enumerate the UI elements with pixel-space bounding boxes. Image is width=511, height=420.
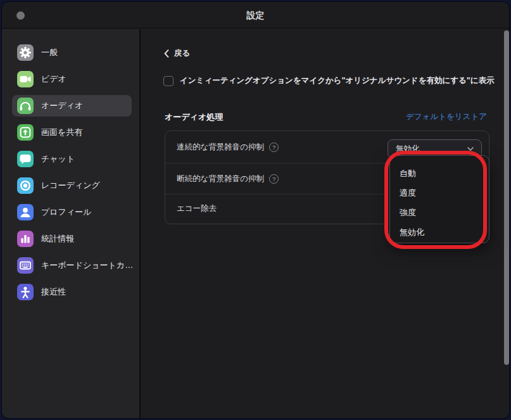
sidebar-item-label: 統計情報 bbox=[41, 233, 74, 245]
chevron-down-icon bbox=[467, 147, 474, 151]
record-icon bbox=[17, 177, 34, 194]
sidebar-item-label: 一般 bbox=[41, 47, 58, 58]
help-icon[interactable]: ? bbox=[269, 174, 279, 184]
sidebar-item-video[interactable]: ビデオ bbox=[12, 68, 132, 90]
settings-sidebar: 一般 ビデオ オーディオ bbox=[2, 29, 141, 418]
original-sound-option-row: インミィーティングオプションをマイクから"オリジナルサウンドを有効にする"に表示 bbox=[163, 75, 495, 86]
stats-icon bbox=[17, 231, 34, 247]
menu-item-aggressive[interactable]: 強度 bbox=[390, 203, 489, 222]
window-title: 設定 bbox=[2, 2, 509, 29]
back-button[interactable]: 戻る bbox=[164, 48, 190, 59]
sidebar-item-label: プロフィール bbox=[41, 207, 92, 218]
help-icon[interactable]: ? bbox=[269, 143, 279, 152]
menu-item-disable[interactable]: 無効化 bbox=[390, 222, 489, 242]
dropdown-value: 無効化 bbox=[396, 144, 420, 155]
sidebar-item-general[interactable]: 一般 bbox=[12, 42, 132, 63]
back-label: 戻る bbox=[174, 48, 190, 59]
share-screen-icon bbox=[17, 124, 34, 141]
sidebar-item-label: キーボードショートカ… bbox=[41, 260, 133, 271]
chat-icon bbox=[17, 151, 34, 167]
settings-window: 設定 一般 ビデオ bbox=[2, 2, 509, 418]
sidebar-item-statistics[interactable]: 統計情報 bbox=[12, 228, 132, 250]
row-label: 連続的な背景雑音の抑制 bbox=[177, 142, 264, 153]
sidebar-item-accessibility[interactable]: 接近性 bbox=[12, 281, 132, 303]
audio-processing-section-title: オーディオ処理 bbox=[165, 111, 223, 123]
noise-suppression-menu: 自動 適度 強度 無効化 bbox=[389, 155, 489, 243]
original-sound-checkbox-label: インミィーティングオプションをマイクから"オリジナルサウンドを有効にする"に表示 bbox=[180, 75, 495, 86]
sidebar-item-label: ビデオ bbox=[41, 73, 66, 85]
menu-item-auto[interactable]: 自動 bbox=[390, 163, 489, 183]
original-sound-checkbox[interactable] bbox=[163, 76, 173, 86]
accessibility-icon bbox=[17, 284, 34, 300]
audio-settings-pane: 戻る インミィーティングオプションをマイクから"オリジナルサウンドを有効にする"… bbox=[142, 29, 509, 418]
row-label: エコー除去 bbox=[177, 203, 217, 214]
sidebar-item-recording[interactable]: レコーディング bbox=[12, 175, 132, 196]
sidebar-item-label: レコーディング bbox=[41, 180, 100, 191]
chevron-left-icon bbox=[164, 49, 169, 58]
sidebar-item-share-screen[interactable]: 画面を共有 bbox=[12, 122, 132, 143]
keyboard-icon bbox=[17, 257, 34, 274]
sidebar-item-label: チャット bbox=[41, 153, 75, 165]
sidebar-item-audio[interactable]: オーディオ bbox=[12, 95, 132, 117]
headphones-icon bbox=[17, 98, 34, 114]
window-close-button[interactable] bbox=[16, 11, 25, 20]
sidebar-item-profile[interactable]: プロフィール bbox=[12, 201, 132, 223]
sidebar-item-label: 画面を共有 bbox=[41, 127, 82, 138]
sidebar-item-label: 接近性 bbox=[41, 286, 66, 298]
menu-item-moderate[interactable]: 適度 bbox=[390, 183, 489, 203]
profile-icon bbox=[17, 204, 34, 220]
title-bar: 設定 bbox=[2, 2, 509, 29]
sidebar-item-keyboard-shortcuts[interactable]: キーボードショートカ… bbox=[12, 255, 132, 276]
sidebar-item-label: オーディオ bbox=[41, 100, 83, 111]
row-label: 断続的な背景雑音の抑制 bbox=[177, 174, 264, 184]
video-icon bbox=[17, 71, 34, 87]
gear-icon bbox=[17, 44, 34, 61]
vertical-scrollbar-thumb[interactable] bbox=[504, 30, 509, 365]
restore-defaults-link[interactable]: デフォルトをリストア bbox=[406, 111, 487, 122]
sidebar-item-chat[interactable]: チャット bbox=[12, 148, 132, 170]
